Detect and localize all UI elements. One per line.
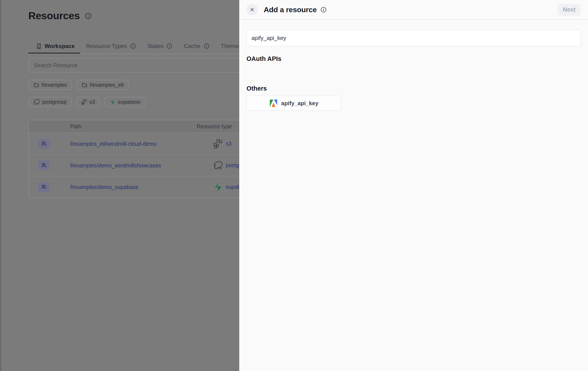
- add-resource-drawer: Add a resource Next OAuth APIs Others ap…: [239, 0, 588, 371]
- column-header-path: Path: [70, 123, 81, 130]
- search-resource-input[interactable]: [28, 58, 239, 72]
- type-chip-postgresql[interactable]: postgresql: [28, 97, 72, 107]
- tab-label: Themes: [221, 43, 239, 50]
- column-header-resource-type: Resource type: [197, 123, 232, 130]
- type-chip-supabase[interactable]: supabase: [105, 97, 146, 107]
- window-left-edge: [0, 0, 1, 371]
- resources-table: Path Resource type f/examples_etl/windmi…: [28, 120, 239, 198]
- users-icon: [41, 141, 47, 147]
- resource-type-search-input[interactable]: [246, 30, 581, 46]
- apify-icon: [269, 99, 278, 108]
- tab-workspace[interactable]: Workspace: [28, 38, 80, 54]
- close-drawer-button[interactable]: [246, 4, 258, 15]
- users-icon: [41, 184, 47, 190]
- resource-type-label: s3: [226, 141, 231, 147]
- resource-type-link[interactable]: postgresql: [213, 161, 239, 170]
- supabase-icon: [109, 99, 115, 105]
- resource-path-link[interactable]: f/examples/demo_supabase: [70, 184, 138, 190]
- resource-type-label: postgresql: [226, 162, 239, 168]
- folder-icon: [33, 82, 39, 88]
- page-title: Resources: [28, 10, 80, 22]
- tab-label: Cache: [184, 43, 200, 50]
- resource-type-link[interactable]: supabase: [213, 182, 239, 192]
- shared-owner-badge: [38, 182, 50, 192]
- info-icon: [130, 43, 136, 49]
- table-row[interactable]: f/examples/demo_windmillshowcases postgr…: [29, 154, 239, 176]
- tab-resource-types[interactable]: Resource Types: [80, 38, 142, 54]
- page-title-row: Resources: [28, 10, 92, 22]
- chip-label: f/examples_etl: [90, 82, 124, 88]
- folder-chip-f-examples-etl[interactable]: f/examples_etl: [77, 80, 129, 90]
- chip-label: f/examples: [42, 82, 67, 88]
- tab-label: States: [147, 43, 164, 50]
- drawer-title: Add a resource: [264, 5, 317, 14]
- tab-states[interactable]: States: [142, 38, 178, 54]
- postgres-icon: [213, 161, 223, 170]
- folder-filter-chips: f/examples f/examples_etl: [28, 80, 129, 90]
- supabase-icon: [213, 182, 223, 192]
- resource-path-link[interactable]: f/examples/demo_windmillshowcases: [70, 162, 161, 168]
- postgres-icon: [33, 99, 40, 105]
- resource-type-card-apify-api-key[interactable]: apify_api_key: [246, 96, 341, 111]
- s3-icon: [213, 139, 223, 149]
- resource-path-link[interactable]: f/examples_etl/windmill-cloud-demo: [70, 141, 157, 147]
- shared-owner-badge: [38, 139, 50, 149]
- s3-icon: [81, 99, 87, 105]
- folder-chip-f-examples[interactable]: f/examples: [28, 80, 72, 90]
- drawer-header: Add a resource Next: [239, 0, 588, 20]
- chip-label: supabase: [118, 99, 140, 105]
- resource-type-card-label: apify_api_key: [281, 100, 318, 107]
- section-heading-others: Others: [246, 85, 581, 92]
- section-heading-oauth-apis: OAuth APIs: [246, 55, 581, 63]
- tab-cache[interactable]: Cache: [178, 38, 215, 54]
- users-icon: [41, 162, 47, 168]
- resource-type-link[interactable]: s3: [213, 139, 231, 149]
- info-icon: [203, 43, 210, 49]
- tab-themes[interactable]: Themes: [215, 38, 239, 54]
- chip-label: postgresql: [42, 99, 66, 105]
- folder-icon: [82, 82, 87, 88]
- info-icon[interactable]: [85, 12, 92, 20]
- resources-page-dimmed: Resources Workspace Resource Types State…: [0, 0, 239, 371]
- type-filter-chips: postgresql s3 supabase: [28, 97, 146, 107]
- tab-label: Resource Types: [86, 43, 127, 50]
- type-chip-s3[interactable]: s3: [76, 97, 100, 107]
- building-icon: [36, 43, 42, 49]
- table-header-row: Path Resource type: [29, 120, 239, 133]
- info-icon: [166, 43, 173, 49]
- close-icon: [250, 7, 255, 12]
- resource-type-label: supabase: [226, 184, 239, 190]
- chip-label: s3: [89, 99, 95, 105]
- table-row[interactable]: f/examples_etl/windmill-cloud-demo s3: [29, 133, 239, 154]
- next-button[interactable]: Next: [557, 4, 581, 16]
- info-icon[interactable]: [320, 7, 327, 13]
- resources-tab-bar: Workspace Resource Types States Cache Th…: [28, 38, 239, 54]
- shared-owner-badge: [38, 160, 50, 170]
- table-row[interactable]: f/examples/demo_supabase supabase: [29, 176, 239, 197]
- tab-label: Workspace: [44, 43, 74, 50]
- drawer-content: OAuth APIs Others apify_api_key: [239, 30, 588, 111]
